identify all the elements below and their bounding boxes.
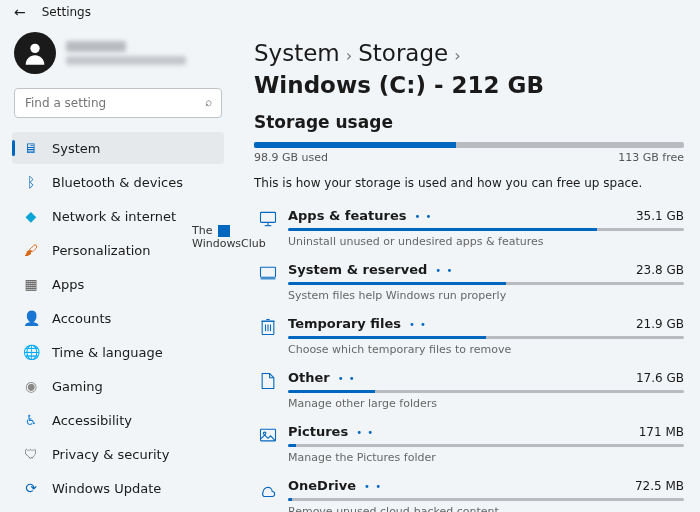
back-button[interactable]: ← [14,4,26,20]
search-box[interactable]: ⌕ [14,88,222,118]
nav-item-apps[interactable]: ▦Apps [12,268,224,300]
search-input[interactable] [14,88,222,118]
category-name: OneDrive [288,478,356,493]
nav-icon: 🖌 [22,241,40,259]
category-size: 23.8 GB [636,263,684,277]
storage-category[interactable]: OneDrive• • 72.5 MB Remove unused cloud-… [254,474,684,512]
category-bar [288,390,684,393]
loading-icon: • • [435,265,453,276]
category-name: Apps & features [288,208,406,223]
category-name: Temporary files [288,316,401,331]
usage-description: This is how your storage is used and how… [254,176,684,190]
total-usage-bar [254,142,684,148]
nav-label: Bluetooth & devices [52,175,183,190]
nav-item-gaming[interactable]: ◉Gaming [12,370,224,402]
used-label: 98.9 GB used [254,151,328,164]
crumb-system[interactable]: System [254,40,340,66]
nav-label: Privacy & security [52,447,169,462]
nav-label: Apps [52,277,84,292]
nav-label: Personalization [52,243,151,258]
nav-icon: ◉ [22,377,40,395]
category-hint: Choose which temporary files to remove [288,343,684,356]
nav-icon: ◆ [22,207,40,225]
nav-icon: ᛒ [22,173,40,191]
chevron-right-icon: › [346,46,352,65]
nav-label: Gaming [52,379,103,394]
nav-label: Time & language [52,345,163,360]
category-size: 17.6 GB [636,371,684,385]
category-bar [288,444,684,447]
storage-category[interactable]: Other• • 17.6 GB Manage other large fold… [254,366,684,420]
svg-point-13 [263,432,266,435]
storage-category[interactable]: Pictures• • 171 MB Manage the Pictures f… [254,420,684,474]
nav-item-privacy-security[interactable]: 🛡Privacy & security [12,438,224,470]
section-title: Storage usage [254,112,684,132]
nav-icon: ▦ [22,275,40,293]
nav-icon: 👤 [22,309,40,327]
category-bar [288,228,684,231]
category-bar [288,498,684,501]
nav-item-accessibility[interactable]: ♿Accessibility [12,404,224,436]
category-icon [254,479,282,499]
svg-rect-4 [261,267,276,277]
category-hint: Manage other large folders [288,397,684,410]
loading-icon: • • [409,319,427,330]
storage-category[interactable]: Temporary files• • 21.9 GB Choose which … [254,312,684,366]
profile-block[interactable] [14,32,224,74]
window-title: Settings [42,5,91,19]
category-icon [254,317,282,337]
category-hint: System files help Windows run properly [288,289,684,302]
loading-icon: • • [414,211,432,222]
nav-item-windows-update[interactable]: ⟳Windows Update [12,472,224,504]
category-size: 72.5 MB [635,479,684,493]
nav-icon: ♿ [22,411,40,429]
loading-icon: • • [364,481,382,492]
nav-label: Accounts [52,311,111,326]
nav-icon: 🌐 [22,343,40,361]
category-name: Other [288,370,330,385]
loading-icon: • • [338,373,356,384]
category-size: 21.9 GB [636,317,684,331]
crumb-storage[interactable]: Storage [358,40,448,66]
storage-category[interactable]: System & reserved• • 23.8 GB System file… [254,258,684,312]
category-icon [254,425,282,445]
nav-label: Accessibility [52,413,132,428]
loading-icon: • • [356,427,374,438]
nav-icon: 🖥 [22,139,40,157]
storage-category[interactable]: Apps & features• • 35.1 GB Uninstall unu… [254,204,684,258]
nav-label: Network & internet [52,209,176,224]
category-hint: Manage the Pictures folder [288,451,684,464]
free-label: 113 GB free [618,151,684,164]
profile-email-redacted [66,56,186,65]
profile-name-redacted [66,41,126,52]
avatar [14,32,56,74]
nav-icon: ⟳ [22,479,40,497]
crumb-drive: Windows (C:) - 212 GB [254,72,544,98]
watermark: The WindowsClub [192,225,266,250]
category-size: 35.1 GB [636,209,684,223]
category-bar [288,336,684,339]
nav-item-time-language[interactable]: 🌐Time & language [12,336,224,368]
nav-item-system[interactable]: 🖥System [12,132,224,164]
category-hint: Remove unused cloud-backed content [288,505,684,512]
nav-item-accounts[interactable]: 👤Accounts [12,302,224,334]
chevron-right-icon: › [454,46,460,65]
category-icon [254,371,282,391]
nav-item-bluetooth-devices[interactable]: ᛒBluetooth & devices [12,166,224,198]
svg-point-0 [30,44,39,53]
category-size: 171 MB [639,425,684,439]
breadcrumb: System › Storage › Windows (C:) - 212 GB [254,40,684,98]
nav-label: Windows Update [52,481,161,496]
category-name: Pictures [288,424,348,439]
search-icon: ⌕ [205,95,212,109]
category-hint: Uninstall unused or undesired apps & fea… [288,235,684,248]
windowsclub-icon [218,225,230,237]
category-name: System & reserved [288,262,427,277]
nav-label: System [52,141,100,156]
svg-rect-1 [261,212,276,222]
category-bar [288,282,684,285]
category-icon [254,263,282,283]
nav-icon: 🛡 [22,445,40,463]
